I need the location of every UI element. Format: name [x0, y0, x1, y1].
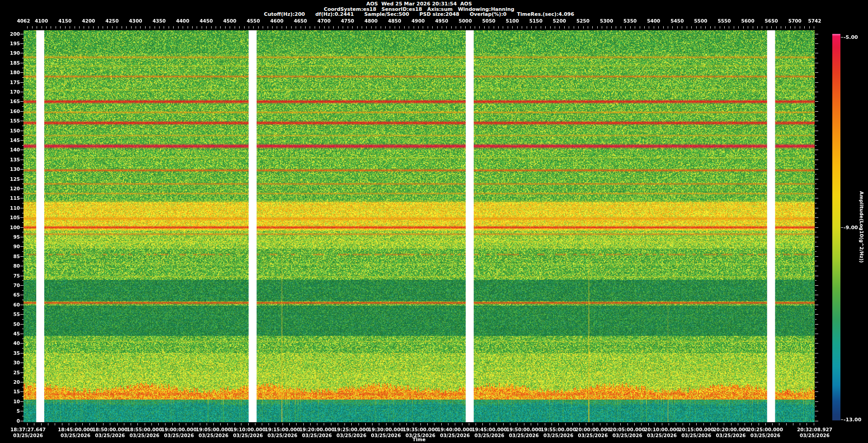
- time-axis-tick-label: 18:55:00.000: [127, 427, 162, 433]
- freq-axis-tick-label: 65: [0, 292, 20, 297]
- freq-axis-tick-label: 170: [0, 90, 20, 94]
- top-axis-tick-label: 4100: [35, 19, 48, 24]
- top-axis-tick-label: 4250: [105, 19, 118, 24]
- freq-axis-tick-label: 115: [0, 196, 20, 201]
- top-axis-tick-label: 4750: [341, 19, 354, 24]
- top-axis-tick-label: 5700: [788, 19, 802, 24]
- time-axis-tick-label: 18:45:00.000: [58, 427, 93, 433]
- top-axis-tick-label: 4450: [200, 19, 213, 24]
- top-axis-tick-label: 4700: [317, 19, 330, 24]
- top-axis-tick-label: 4400: [176, 19, 189, 24]
- freq-axis-tick-label: 135: [0, 157, 20, 162]
- freq-axis-tick-label: 45: [0, 331, 20, 336]
- top-axis-tick-label: 4950: [435, 19, 448, 24]
- top-axis-tick-label: 4850: [388, 19, 401, 24]
- freq-axis-tick-label: 60: [0, 302, 20, 307]
- top-axis-tick-label: 5350: [623, 19, 637, 24]
- freq-axis-tick-label: 120: [0, 186, 20, 191]
- header-title: AOS Wed 25 Mar 2026 20:31:54 AOS: [24, 1, 815, 6]
- time-axis-tick-label: 20:32:08.927: [797, 427, 832, 433]
- freq-axis-tick-label: 165: [0, 99, 20, 104]
- top-axis-tick-label: 4800: [364, 19, 377, 24]
- top-axis-tick-label: 5742: [808, 19, 821, 24]
- time-axis-tick-label: 19:45:00.000: [472, 427, 507, 433]
- freq-axis-tick-label: 10: [0, 399, 20, 404]
- time-axis-tick-label: 20:00:00.000: [575, 427, 610, 433]
- top-axis-tick-label: 4350: [152, 19, 165, 24]
- time-axis-tick-label: 19:15:00.000: [265, 427, 300, 433]
- time-axis-tick-label: 19:00:00.000: [161, 427, 197, 433]
- top-axis-tick-label: 5050: [482, 19, 495, 24]
- top-axis-tick-label: 5550: [717, 19, 731, 24]
- time-axis-tick-label: 19:25:00.000: [334, 427, 369, 433]
- top-axis-tick-label: 5450: [670, 19, 684, 24]
- freq-axis-tick-label: 195: [0, 41, 20, 46]
- time-axis-tick-label: 18:50:00.000: [92, 427, 127, 433]
- top-axis-tick-label: 4200: [82, 19, 95, 24]
- time-axis-tick-label: 20:20:00.000: [713, 427, 749, 433]
- freq-axis-tick-label: 140: [0, 147, 20, 152]
- freq-axis-tick-label: 75: [0, 273, 20, 278]
- time-axis-tick-label: 19:20:00.000: [299, 427, 335, 433]
- top-axis-tick-label: 4300: [129, 19, 142, 24]
- freq-axis-tick-label: 200: [0, 32, 20, 37]
- top-axis-tick-label: 5000: [458, 19, 472, 24]
- time-axis-title: Time: [24, 437, 815, 442]
- top-axis-tick-label: 5250: [576, 19, 590, 24]
- top-axis-tick-label: 4900: [411, 19, 425, 24]
- top-axis-tick-label: 5650: [765, 19, 778, 24]
- freq-axis-tick-label: 50: [0, 322, 20, 327]
- freq-axis-tick-label: 105: [0, 215, 20, 220]
- freq-axis-tick-label: 15: [0, 389, 20, 394]
- time-axis-tick-label: 19:50:00.000: [506, 427, 542, 433]
- freq-axis-tick-label: 80: [0, 264, 20, 269]
- freq-axis-tick-label: 150: [0, 128, 20, 133]
- freq-axis-tick-label: 70: [0, 283, 20, 288]
- top-axis-tick-label: 5150: [529, 19, 542, 24]
- freq-axis-tick-label: 0: [0, 419, 20, 424]
- freq-axis-tick-label: 35: [0, 351, 20, 356]
- top-axis-tick-label: 4150: [58, 19, 71, 24]
- top-axis-tick-label: 4062: [17, 19, 30, 24]
- freq-axis-tick-label: 190: [0, 51, 20, 56]
- freq-axis-tick-label: 185: [0, 61, 20, 66]
- freq-axis-tick-label: 55: [0, 312, 20, 317]
- top-axis-tick-label: 4500: [223, 19, 236, 24]
- freq-axis-tick-label: 110: [0, 206, 20, 211]
- time-axis-tick-label: 20:15:00.000: [679, 427, 714, 433]
- freq-axis-tick-label: 20: [0, 380, 20, 385]
- top-axis-tick-label: 5100: [506, 19, 519, 24]
- freq-axis-tick-label: 40: [0, 341, 20, 346]
- freq-axis-tick-label: 5: [0, 409, 20, 414]
- freq-axis-tick-label: 25: [0, 370, 20, 375]
- colorbar-gradient: [832, 34, 840, 420]
- top-axis-tick-label: 4550: [247, 19, 260, 24]
- top-axis-tick-label: 5600: [741, 19, 754, 24]
- top-axis-tick-label: 4650: [294, 19, 307, 24]
- freq-axis-tick-label: 85: [0, 254, 20, 259]
- freq-axis-tick-label: 90: [0, 244, 20, 249]
- freq-axis-tick-label: 95: [0, 235, 20, 240]
- spectrogram-canvas[interactable]: [24, 30, 815, 422]
- freq-axis-tick-label: 145: [0, 138, 20, 143]
- freq-axis-tick-label: 125: [0, 177, 20, 182]
- time-axis-tick-label: 20:05:00.000: [610, 427, 645, 433]
- aos-spectrogram-window: AOS Wed 25 Mar 2026 20:31:54 AOS CoordSy…: [0, 0, 868, 443]
- time-axis-tick-label: 19:30:00.000: [368, 427, 404, 433]
- freq-axis-tick-label: 130: [0, 167, 20, 172]
- time-axis-tick-label: 19:35:00.000: [403, 427, 438, 433]
- top-axis-tick-label: 5500: [694, 19, 707, 24]
- time-axis-tick-label: 20:25:00.000: [748, 427, 783, 433]
- colorbar-tick-label: -13.00: [844, 417, 861, 423]
- time-axis-tick-label: 19:10:00.000: [230, 427, 265, 433]
- freq-axis-tick-label: 155: [0, 118, 20, 123]
- top-axis-tick-label: 5400: [647, 19, 660, 24]
- top-axis-tick-label: 5300: [600, 19, 613, 24]
- freq-axis-tick-label: 100: [0, 225, 20, 230]
- colorbar-title: Amplitude(Log10(g^2/Hz)): [859, 191, 864, 263]
- time-axis-tick-label: 20:10:00.000: [644, 427, 679, 433]
- colorbar-tick-label: -9.00: [844, 224, 858, 230]
- colorbar-tick-label: -5.00: [844, 34, 858, 40]
- freq-axis-tick-label: 160: [0, 109, 20, 114]
- time-axis-tick-label: 19:55:00.000: [541, 427, 576, 433]
